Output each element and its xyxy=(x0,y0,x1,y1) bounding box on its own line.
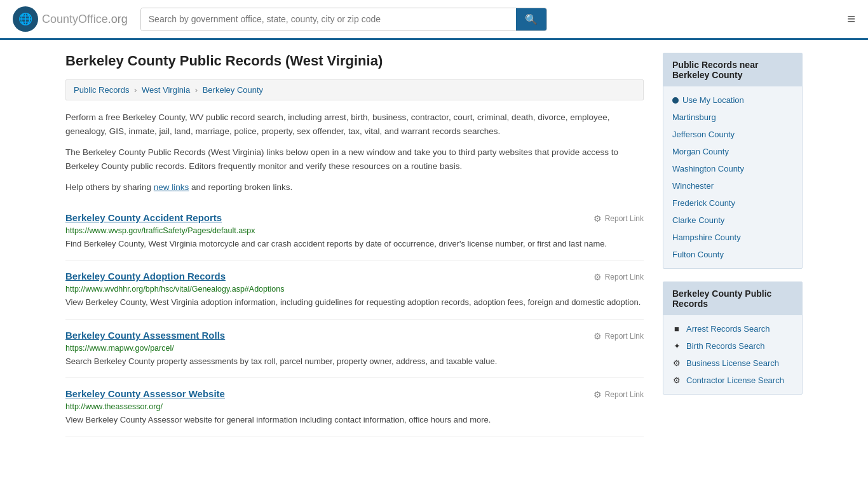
sidebar-business-license[interactable]: ⚙ Business License Search xyxy=(663,355,802,372)
search-button[interactable]: 🔍 xyxy=(516,8,546,30)
menu-icon: ≡ xyxy=(847,11,855,27)
site-logo[interactable]: 🌐 CountyOffice.org xyxy=(13,6,128,32)
record-desc: Search Berkeley County property assessme… xyxy=(65,355,644,368)
sidebar-item-morgan[interactable]: Morgan County xyxy=(663,143,802,160)
martinsburg-link[interactable]: Martinsburg xyxy=(672,112,716,122)
business-icon: ⚙ xyxy=(672,358,681,368)
page-title: Berkeley County Public Records (West Vir… xyxy=(65,53,644,69)
description-2: The Berkeley County Public Records (West… xyxy=(65,146,644,173)
breadcrumb: Public Records › West Virginia › Berkele… xyxy=(65,79,644,100)
record-entry: Berkeley County Adoption Records ⚙ Repor… xyxy=(65,261,644,320)
record-header: Berkeley County Adoption Records ⚙ Repor… xyxy=(65,271,644,282)
berkeley-records-header: Berkeley County Public Records xyxy=(663,282,802,315)
report-icon: ⚙ xyxy=(593,390,602,400)
search-bar: 🔍 xyxy=(140,8,547,31)
sidebar-contractor-license[interactable]: ⚙ Contractor License Search xyxy=(663,372,802,389)
morgan-link[interactable]: Morgan County xyxy=(672,147,729,156)
record-desc: View Berkeley County, West Virginia adop… xyxy=(65,296,644,309)
contractor-icon: ⚙ xyxy=(672,376,681,385)
report-link-btn[interactable]: ⚙ Report Link xyxy=(593,331,644,341)
report-link-btn[interactable]: ⚙ Report Link xyxy=(593,390,644,400)
fulton-link[interactable]: Fulton County xyxy=(672,250,724,259)
arrest-records-link[interactable]: Arrest Records Search xyxy=(686,324,770,334)
business-license-link[interactable]: Business License Search xyxy=(686,358,779,368)
sidebar-item-clarke[interactable]: Clarke County xyxy=(663,212,802,229)
sidebar-item-winchester[interactable]: Winchester xyxy=(663,177,802,194)
record-url[interactable]: http://www.theassessor.org/ xyxy=(65,402,644,411)
new-links-link[interactable]: new links xyxy=(154,182,189,192)
nearby-section: Public Records near Berkeley County Use … xyxy=(663,53,803,269)
main-container: Berkeley County Public Records (West Vir… xyxy=(53,40,815,450)
berkeley-records-section: Berkeley County Public Records ■ Arrest … xyxy=(663,281,803,395)
sidebar-item-fulton[interactable]: Fulton County xyxy=(663,246,802,263)
sidebar-item-hampshire[interactable]: Hampshire County xyxy=(663,229,802,246)
breadcrumb-sep2: › xyxy=(195,85,200,95)
record-title-assessment[interactable]: Berkeley County Assessment Rolls xyxy=(65,330,225,341)
arrest-icon: ■ xyxy=(672,324,681,334)
winchester-link[interactable]: Winchester xyxy=(672,181,714,191)
contractor-license-link[interactable]: Contractor License Search xyxy=(686,376,784,385)
nearby-section-header: Public Records near Berkeley County xyxy=(663,53,802,86)
report-icon: ⚙ xyxy=(593,214,602,224)
clarke-link[interactable]: Clarke County xyxy=(672,215,724,225)
logo-text: CountyOffice.org xyxy=(42,13,128,26)
record-desc: View Berkeley County Assessor website fo… xyxy=(65,414,644,426)
search-icon: 🔍 xyxy=(525,14,538,25)
record-title-accident[interactable]: Berkeley County Accident Reports xyxy=(65,212,222,223)
record-url[interactable]: https://www.wvsp.gov/trafficSafety/Pages… xyxy=(65,226,644,235)
use-my-location-item[interactable]: Use My Location xyxy=(663,92,802,109)
record-entry: Berkeley County Assessment Rolls ⚙ Repor… xyxy=(65,320,644,379)
breadcrumb-public-records[interactable]: Public Records xyxy=(74,85,129,95)
jefferson-link[interactable]: Jefferson County xyxy=(672,130,735,139)
record-desc: Find Berkeley County, West Virginia moto… xyxy=(65,238,644,250)
sidebar-arrest-records[interactable]: ■ Arrest Records Search xyxy=(663,320,802,337)
breadcrumb-sep1: › xyxy=(134,85,139,95)
record-entry: Berkeley County Assessor Website ⚙ Repor… xyxy=(65,378,644,437)
sidebar: Public Records near Berkeley County Use … xyxy=(663,53,803,437)
report-link-btn[interactable]: ⚙ Report Link xyxy=(593,272,644,282)
birth-records-link[interactable]: Birth Records Search xyxy=(686,341,765,351)
location-dot-icon xyxy=(672,97,679,104)
sidebar-birth-records[interactable]: ✦ Birth Records Search xyxy=(663,337,802,355)
record-title-adoption[interactable]: Berkeley County Adoption Records xyxy=(65,271,226,281)
report-link-btn[interactable]: ⚙ Report Link xyxy=(593,214,644,224)
breadcrumb-west-virginia[interactable]: West Virginia xyxy=(142,85,190,95)
site-header: 🌐 CountyOffice.org 🔍 ≡ xyxy=(0,0,868,40)
search-input[interactable] xyxy=(141,8,516,30)
nearby-section-body: Use My Location Martinsburg Jefferson Co… xyxy=(663,86,802,268)
record-title-assessor[interactable]: Berkeley County Assessor Website xyxy=(65,388,225,399)
sidebar-item-martinsburg[interactable]: Martinsburg xyxy=(663,109,802,126)
record-url[interactable]: https://www.mapwv.gov/parcel/ xyxy=(65,344,644,353)
sidebar-item-jefferson[interactable]: Jefferson County xyxy=(663,126,802,143)
breadcrumb-berkeley-county[interactable]: Berkeley County xyxy=(203,85,263,95)
berkeley-records-body: ■ Arrest Records Search ✦ Birth Records … xyxy=(663,315,802,394)
record-header: Berkeley County Assessment Rolls ⚙ Repor… xyxy=(65,330,644,341)
frederick-link[interactable]: Frederick County xyxy=(672,198,735,208)
sidebar-item-washington[interactable]: Washington County xyxy=(663,160,802,177)
description-3: Help others by sharing new links and rep… xyxy=(65,180,644,194)
report-icon: ⚙ xyxy=(593,331,602,341)
sidebar-item-frederick[interactable]: Frederick County xyxy=(663,194,802,212)
use-my-location-link[interactable]: Use My Location xyxy=(682,95,744,105)
report-icon: ⚙ xyxy=(593,272,602,282)
washington-link[interactable]: Washington County xyxy=(672,164,744,173)
record-entry: Berkeley County Accident Reports ⚙ Repor… xyxy=(65,202,644,261)
menu-button[interactable]: ≡ xyxy=(847,11,855,27)
hampshire-link[interactable]: Hampshire County xyxy=(672,233,741,242)
birth-icon: ✦ xyxy=(672,341,681,351)
content-area: Berkeley County Public Records (West Vir… xyxy=(65,53,644,437)
description-1: Perform a free Berkeley County, WV publi… xyxy=(65,111,644,138)
logo-icon: 🌐 xyxy=(13,6,38,32)
record-header: Berkeley County Accident Reports ⚙ Repor… xyxy=(65,212,644,224)
record-header: Berkeley County Assessor Website ⚙ Repor… xyxy=(65,388,644,400)
record-url[interactable]: http://www.wvdhhr.org/bph/hsc/vital/Gene… xyxy=(65,285,644,294)
